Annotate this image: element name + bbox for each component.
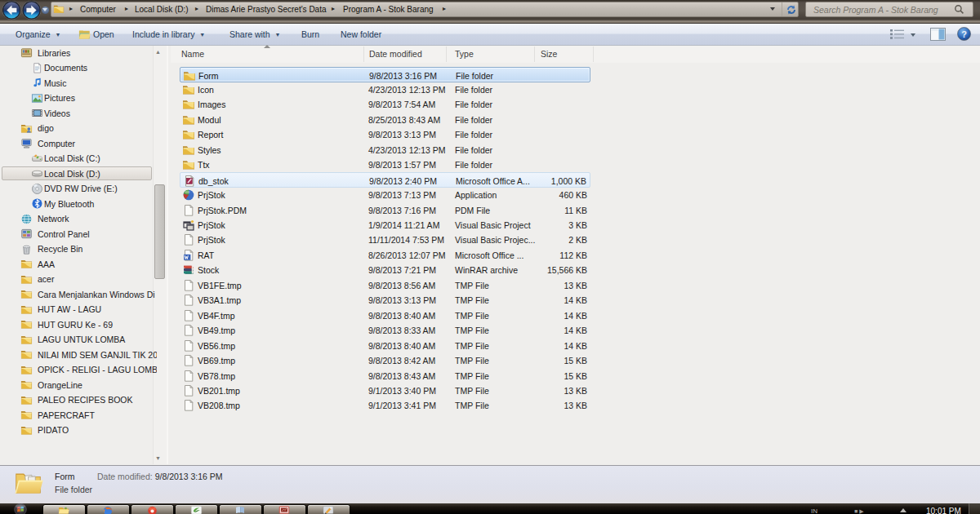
svg-text:?: ? (961, 29, 967, 39)
